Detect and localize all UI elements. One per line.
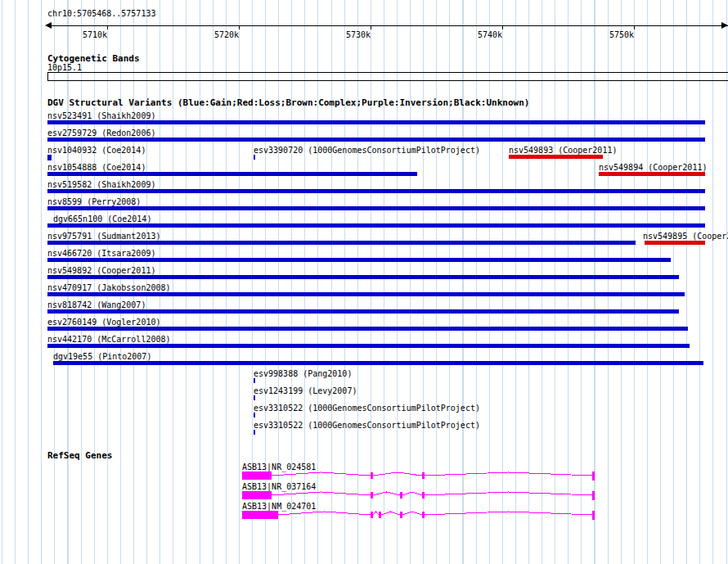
variant-label: esv3310522 (1000GenomesConsortiumPilotPr…: [254, 421, 480, 430]
variant-label: nsv549892 (Cooper2011): [47, 266, 155, 275]
variant-label: nsv549895 (Cooper2011): [643, 232, 728, 241]
variant-bar[interactable]: [254, 413, 255, 417]
variant-bar[interactable]: [47, 309, 679, 314]
cytoband-name: 10p15.1: [47, 63, 82, 72]
intron-line: [425, 512, 592, 515]
variant-label: nsv1054888 (Coe2014): [47, 163, 146, 172]
intron-line: [373, 512, 379, 515]
variant-label: nsv1040932 (Coe2014): [47, 146, 146, 155]
genome-browser-view: chr10:5705468..5757133 5710k5720k5730k57…: [0, 0, 728, 564]
exon-box: [422, 472, 425, 479]
ruler-tick-label: 5720k: [214, 30, 239, 39]
ruler-tick-label: 5710k: [83, 30, 107, 39]
variant-label: dgv19e55 (Pinto2007): [53, 352, 151, 361]
variant-bar[interactable]: [47, 172, 417, 176]
variant-label: nsv519582 (Shaikh2009): [47, 180, 155, 189]
ruler-tick-label: 5730k: [346, 30, 371, 39]
variant-bar[interactable]: [47, 292, 685, 296]
intron-line: [278, 512, 371, 515]
exon-box: [400, 492, 402, 499]
gene-model[interactable]: [0, 489, 728, 502]
ruler-tick: [502, 25, 503, 29]
variant-label: nsv549893 (Cooper2011): [509, 146, 617, 155]
variant-bar[interactable]: [47, 189, 705, 193]
variant-label: dgv665n100 (Coe2014): [53, 214, 151, 223]
variant-bar[interactable]: [645, 241, 705, 245]
variant-label: nsv549894 (Cooper2011): [599, 163, 707, 172]
ruler-left-arrow-icon: [45, 22, 52, 29]
ruler-tick-label: 5750k: [609, 30, 634, 39]
variant-label: nsv523491 (Shaikh2009): [47, 111, 155, 120]
exon-box: [400, 512, 402, 518]
variant-bar[interactable]: [254, 430, 255, 435]
variant-bar[interactable]: [47, 120, 705, 124]
exon-box: [592, 511, 595, 520]
intron-line: [272, 472, 371, 476]
exon-box: [371, 512, 373, 518]
variant-bar[interactable]: [47, 138, 705, 142]
variant-label: nsv466720 (Itsara2009): [47, 249, 155, 258]
variant-bar[interactable]: [599, 172, 705, 176]
exon-box: [592, 472, 595, 481]
variant-bar[interactable]: [53, 361, 703, 365]
variant-label: esv998388 (Pang2010): [254, 369, 352, 378]
intron-line: [402, 492, 422, 495]
variant-bar[interactable]: [509, 155, 603, 159]
ruler-tick-label: 5740k: [478, 30, 502, 39]
cytoband-box: [47, 72, 728, 81]
exon-box: [422, 492, 425, 499]
variant-bar[interactable]: [47, 344, 690, 348]
variant-label: nsv470917 (Jakobsson2008): [47, 283, 171, 292]
intron-line: [373, 492, 400, 495]
intron-line: [425, 492, 592, 495]
variant-bar[interactable]: [254, 395, 255, 400]
variant-bar[interactable]: [47, 223, 705, 228]
variant-label: esv2760149 (Vogler2010): [47, 318, 160, 327]
exon-box: [371, 492, 373, 499]
variant-bar[interactable]: [47, 155, 52, 160]
variant-bar[interactable]: [254, 378, 255, 383]
variant-label: nsv8599 (Perry2008): [47, 197, 141, 206]
exon-box: [422, 512, 425, 518]
exon-box: [379, 512, 381, 518]
intron-line: [425, 472, 592, 476]
ruler-tick: [107, 25, 108, 29]
intron-line: [402, 512, 422, 515]
ruler-line: [47, 25, 728, 26]
variant-label: nsv975791 (Sudmant2013): [47, 232, 160, 241]
ruler-tick: [371, 25, 371, 29]
variant-bar[interactable]: [47, 241, 636, 245]
variant-label: nsv442170 (McCarroll2008): [47, 335, 171, 344]
variant-bar[interactable]: [47, 327, 688, 331]
intron-line: [272, 492, 371, 495]
variant-bar[interactable]: [47, 206, 705, 210]
exon-box: [242, 472, 272, 480]
exon-box: [371, 472, 373, 479]
variant-label: esv1243199 (Levy2007): [254, 386, 357, 395]
ruler-right-arrow-icon: [721, 22, 728, 29]
intron-line: [373, 472, 422, 476]
region-position-label: chr10:5705468..5757133: [47, 9, 155, 18]
variant-label: esv3310522 (1000GenomesConsortiumPilotPr…: [254, 404, 480, 413]
variant-label: esv2759729 (Redon2006): [47, 129, 155, 138]
ruler-tick: [634, 25, 635, 29]
ruler-tick: [239, 25, 240, 29]
dgv-track-title: DGV Structural Variants (Blue:Gain;Red:L…: [47, 98, 529, 108]
exon-box: [242, 491, 272, 499]
gene-model[interactable]: [0, 469, 728, 482]
intron-line: [381, 512, 400, 515]
gene-model[interactable]: [0, 508, 728, 521]
variant-bar[interactable]: [47, 275, 679, 279]
exon-box: [592, 491, 595, 500]
refseq-track-title: RefSeq Genes: [47, 451, 112, 461]
variant-label: nsv818742 (Wang2007): [47, 300, 146, 309]
exon-box: [242, 511, 278, 519]
variant-bar[interactable]: [254, 155, 255, 160]
variant-label: esv3390720 (1000GenomesConsortiumPilotPr…: [254, 146, 480, 155]
variant-bar[interactable]: [47, 258, 671, 262]
